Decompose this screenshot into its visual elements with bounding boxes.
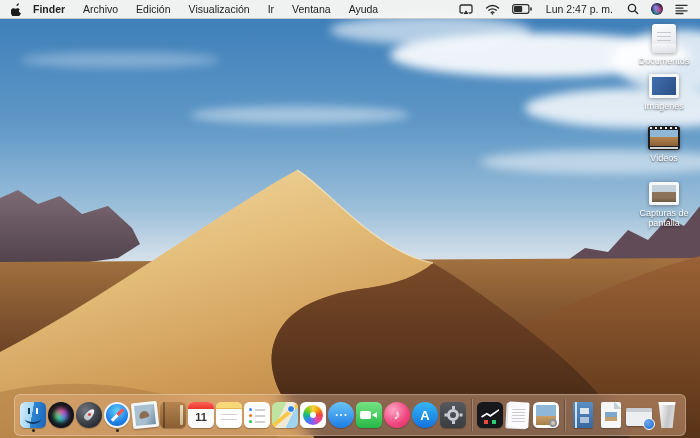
dock-item-reminders[interactable] (243, 402, 271, 428)
preview-icon (533, 402, 559, 428)
dock-item-maps[interactable] (271, 402, 299, 428)
notes-icon (216, 402, 242, 428)
dock: 11 (14, 394, 686, 436)
reminders-icon (244, 402, 270, 428)
dock-item-launchpad[interactable] (75, 402, 103, 428)
dock-item-trash[interactable] (653, 402, 681, 428)
desktop-icon-capturas-de-pantalla[interactable]: Capturas de pantalla (635, 182, 693, 229)
notification-center-icon[interactable] (669, 0, 694, 18)
videos-film-icon (648, 126, 680, 150)
launchpad-icon (76, 402, 102, 428)
dock-item-safari[interactable] (103, 402, 131, 428)
dock-separator (564, 399, 565, 431)
system-preferences-icon (440, 402, 466, 428)
running-indicator (32, 429, 35, 432)
dock-item-photos[interactable] (299, 402, 327, 428)
safari-icon (104, 402, 130, 428)
images-stack-icon (649, 74, 679, 98)
dock-item-mail[interactable] (131, 402, 159, 428)
dock-item-minimized-window[interactable] (625, 404, 653, 426)
dock-item-siri[interactable] (47, 402, 75, 428)
apple-logo-icon (11, 3, 22, 16)
desktop-icon-videos[interactable]: Videos (635, 126, 693, 163)
dock-item-textedit[interactable] (504, 402, 532, 428)
dock-item-system-preferences[interactable] (439, 402, 467, 428)
desktop-icon-documentos[interactable]: Documentos (635, 24, 693, 66)
mail-icon (131, 401, 160, 430)
desktop-icon-label: Documentos (635, 56, 693, 66)
airplay-display-icon[interactable] (453, 0, 479, 18)
screenshot-photo-icon (649, 182, 679, 205)
apple-menu[interactable] (0, 0, 31, 18)
dock-item-contacts[interactable] (159, 402, 187, 428)
desktop-icon-label: Videos (635, 153, 693, 163)
dock-item-itunes[interactable] (383, 402, 411, 428)
siri-icon (48, 402, 74, 428)
photos-icon (300, 402, 326, 428)
itunes-icon (384, 402, 410, 428)
menubar-item-archivo[interactable]: Archivo (74, 0, 127, 18)
dock-item-doc-book[interactable] (569, 402, 597, 428)
menubar-item-ventana[interactable]: Ventana (283, 0, 340, 18)
textedit-icon (507, 401, 529, 428)
dock-item-app-store[interactable] (411, 402, 439, 428)
dock-item-messages[interactable] (327, 402, 355, 428)
wifi-icon[interactable] (479, 0, 506, 18)
app-store-icon (412, 402, 438, 428)
dock-item-preview[interactable] (532, 402, 560, 428)
desktop-icon-label: Imágenes (635, 101, 693, 111)
menubar: Finder Archivo Edición Visualización Ir … (0, 0, 700, 19)
running-indicator (116, 429, 119, 432)
finder-icon (20, 402, 46, 428)
menubar-clock[interactable]: Lun 2:47 p. m. (538, 3, 621, 15)
siri-icon[interactable] (645, 0, 669, 18)
trash-icon (657, 402, 677, 428)
dock-separator (471, 399, 472, 431)
messages-icon (328, 402, 354, 428)
calendar-icon: 11 (188, 402, 214, 428)
calendar-day: 11 (188, 410, 214, 425)
contacts-icon (160, 402, 186, 428)
dock-item-calendar[interactable]: 11 (187, 402, 215, 428)
menubar-app-menu[interactable]: Finder (31, 0, 74, 18)
doc-book-icon (573, 402, 593, 428)
menubar-left: Finder Archivo Edición Visualización Ir … (0, 0, 387, 18)
desktop-icon-imagenes[interactable]: Imágenes (635, 74, 693, 111)
menubar-item-ayuda[interactable]: Ayuda (340, 0, 388, 18)
doc-file-icon (601, 402, 621, 428)
maps-icon (272, 402, 298, 428)
siri-orb (651, 3, 663, 15)
minimized-window-icon (626, 408, 652, 426)
documents-stack-icon (652, 24, 676, 53)
menubar-item-ir[interactable]: Ir (259, 0, 283, 18)
menubar-status-area: Lun 2:47 p. m. (453, 0, 700, 18)
desktop-icon-label: Capturas de pantalla (635, 208, 693, 229)
dock-item-doc-file[interactable] (597, 402, 625, 428)
spotlight-search-icon[interactable] (621, 0, 645, 18)
menubar-item-edicion[interactable]: Edición (127, 0, 179, 18)
dock-item-notes[interactable] (215, 402, 243, 428)
menubar-item-visualizacion[interactable]: Visualización (180, 0, 259, 18)
facetime-icon (356, 402, 382, 428)
dock-item-finder[interactable] (19, 402, 47, 428)
stocks-icon (477, 402, 503, 428)
dock-item-facetime[interactable] (355, 402, 383, 428)
wallpaper-mojave (0, 0, 700, 438)
battery-icon[interactable] (506, 0, 538, 18)
dock-item-stocks[interactable] (476, 402, 504, 428)
